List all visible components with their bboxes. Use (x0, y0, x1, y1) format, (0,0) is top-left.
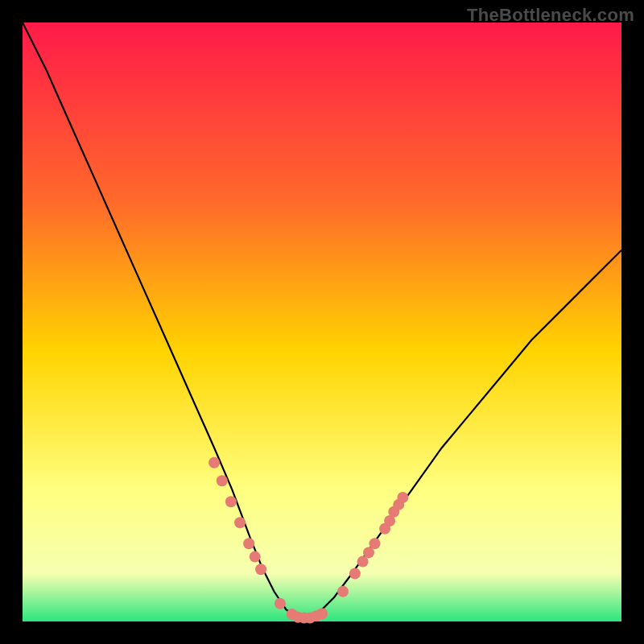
data-point (217, 475, 228, 486)
bottleneck-chart (0, 0, 644, 644)
chart-frame: TheBottleneck.com (0, 0, 644, 644)
data-point (243, 538, 254, 549)
data-point (234, 517, 246, 528)
data-point (225, 496, 237, 507)
watermark-text: TheBottleneck.com (467, 5, 634, 26)
data-point (255, 564, 266, 575)
data-point (208, 457, 220, 469)
data-point (275, 598, 286, 609)
data-point (316, 608, 328, 619)
data-point (337, 586, 349, 597)
data-point (349, 568, 361, 580)
plot-area (23, 23, 621, 621)
data-point (397, 492, 408, 503)
data-point (250, 551, 261, 563)
data-point (369, 538, 381, 549)
